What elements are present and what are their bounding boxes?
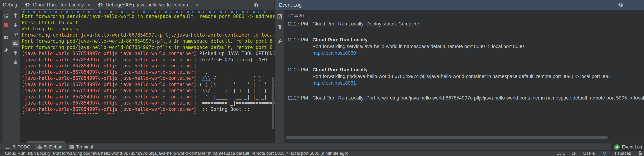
soft-wrap-icon <box>13 32 18 37</box>
arrow-up-icon <box>13 13 18 18</box>
panel-edge-strip <box>0 10 2 143</box>
console-line: Forwarding container java-hello-world-86… <box>22 32 274 38</box>
cloud-code-icon <box>98 2 104 8</box>
event-log-horizontal-scrollbar[interactable] <box>286 136 608 139</box>
cloud-code-status-icon[interactable] <box>602 151 607 156</box>
console-line: Watching for changes... <box>22 26 274 32</box>
terminal-icon <box>69 144 74 150</box>
event-entry[interactable]: 12:27 PMCloud Run: Run Locally: Deploy s… <box>287 21 644 27</box>
event-log-header[interactable]: Event Log <box>275 0 644 10</box>
toolwindow-button-event-log[interactable]: 3 Event Log <box>612 144 644 151</box>
event-log-body: 7/14/20 12:27 PMCloud Run: Run Locally: … <box>275 10 644 143</box>
event-title: Cloud Run: Run Locally: Deploy status: C… <box>312 21 419 27</box>
notification-badge: 3 <box>614 144 620 150</box>
event-log-settings-button[interactable] <box>276 38 283 45</box>
close-icon[interactable]: × <box>196 2 198 8</box>
event-description: Port forwarding pod/java-hello-world-867… <box>312 73 612 80</box>
event-entry[interactable]: 12:27 PMCloud Run: Run LocallyPort forwa… <box>287 37 644 57</box>
toolwindow-button-label: 5: Debug <box>44 144 62 150</box>
console-line: [java-hello-world-867854997c-pfljs java-… <box>22 69 274 75</box>
close-icon[interactable]: × <box>88 2 90 8</box>
running-status-dot <box>98 6 100 8</box>
wrench-icon <box>277 39 282 44</box>
toolwindow-button-terminal[interactable]: Terminal <box>66 144 96 151</box>
console-panel[interactable]: Port forwarding service/java-hello-world… <box>20 10 274 143</box>
tab-debug-5005[interactable]: Debug(5005): java-hello-world-contain...… <box>94 0 202 10</box>
toolbar-separator <box>4 44 9 44</box>
running-status-dot <box>26 6 27 8</box>
hide-panel-icon[interactable] <box>642 5 644 5</box>
scroll-to-end-button[interactable] <box>12 40 19 47</box>
event-time: 12:27 PM <box>287 21 308 27</box>
toolwindow-button-debug[interactable]: 5: Debug <box>34 144 66 151</box>
console-line: Port forwarding service/java-hello-world… <box>22 13 274 19</box>
console-line: [java-hello-world-867854997c-pfljs java-… <box>22 112 274 114</box>
next-occurrence-button[interactable] <box>12 21 19 28</box>
event-title: Cloud Run: Run Locally: Port forwarding … <box>312 95 644 101</box>
line-separator-widget[interactable]: LF <box>572 151 577 156</box>
toolwindow-button-label: Terminal <box>76 144 93 150</box>
mark-all-read-button[interactable] <box>276 13 283 20</box>
console-line: [java-hello-world-867854997c-pfljs java-… <box>22 94 274 100</box>
print-button[interactable] <box>12 50 19 56</box>
prev-occurrence-button[interactable] <box>12 12 19 19</box>
event-entry[interactable]: 12:27 PMCloud Run: Run LocallyPort forwa… <box>287 67 644 86</box>
console-line: Port forwarding pod/java-hello-world-867… <box>22 44 274 51</box>
debug-tab-bar: Debug: Cloud Run: Run Locally <box>0 0 274 10</box>
event-time: 12:27 PM <box>287 37 308 57</box>
pin-tab-button[interactable] <box>3 47 10 54</box>
toolwindow-button-label: Event Log <box>622 144 642 150</box>
debug-panel-label: Debug: <box>0 2 21 8</box>
main-area: Debug: Cloud Run: Run Locally <box>0 0 644 143</box>
clear-all-events-button[interactable] <box>276 23 283 30</box>
console-line: [java-hello-world-867854997c-pfljs java-… <box>22 81 274 88</box>
console-line: Press Ctrl+C to exit <box>22 19 274 26</box>
rerun-button[interactable] <box>3 12 10 19</box>
event-log-toolbar <box>275 10 284 143</box>
restore-layout-button[interactable] <box>3 34 10 41</box>
tab-title: Debug(5005): java-hello-world-contain... <box>106 2 192 8</box>
event-log-content[interactable]: 7/14/20 12:27 PMCloud Run: Run Locally: … <box>284 10 644 143</box>
soft-wrap-button[interactable] <box>12 31 19 38</box>
ide-window: Debug: Cloud Run: Run Locally <box>0 0 644 156</box>
checkbox-check-icon <box>277 14 282 19</box>
status-bar: Cloud Run: Run Locally: Port forwarding … <box>0 151 644 156</box>
tool-window-bar: 6: TODO 5: Debug <box>0 143 644 151</box>
settings-gear-icon[interactable] <box>254 2 259 8</box>
encoding-widget[interactable]: UTF-8 <box>583 151 596 156</box>
indent-widget[interactable]: 4 spaces <box>614 151 631 156</box>
pin-icon <box>4 48 9 53</box>
debug-body: Port forwarding service/java-hello-world… <box>0 10 274 143</box>
cloud-code-icon <box>25 2 30 8</box>
event-link[interactable]: http://localhost:8080 <box>312 50 356 56</box>
event-log-tool-window: Event Log <box>275 0 644 143</box>
tab-bar-actions <box>254 0 274 10</box>
event-time: 12:27 PM <box>287 67 308 86</box>
clipped-console-line <box>22 11 266 13</box>
settings-gear-icon[interactable] <box>618 2 623 8</box>
clear-console-button[interactable] <box>12 59 19 66</box>
tab-cloud-run-run-locally[interactable]: Cloud Run: Run Locally × <box>21 0 94 10</box>
toolbar-separator <box>4 31 9 31</box>
rerun-icon <box>4 13 9 18</box>
event-log-title: Event Log <box>279 2 302 8</box>
trash-icon <box>13 60 18 65</box>
event-time: 12:27 PM <box>287 95 308 101</box>
toolwindow-button-todo[interactable]: 6: TODO <box>2 144 34 151</box>
console-line: [java-hello-world-867854997c-pfljs java-… <box>22 63 274 69</box>
hide-panel-icon[interactable] <box>265 5 270 5</box>
console-horizontal-scrollbar[interactable] <box>27 141 65 143</box>
running-status-dot <box>38 148 39 150</box>
console-line: Port forwarding pod/java-hello-world-867… <box>22 38 274 44</box>
console-line: [java-hello-world-867854997c-pfljs java-… <box>22 87 274 94</box>
event-title: Cloud Run: Run Locally <box>312 37 524 43</box>
printer-icon <box>13 50 18 56</box>
stop-button[interactable] <box>3 21 10 28</box>
caret-position-widget[interactable]: 13:1 <box>557 151 565 156</box>
tool-window-buttons-left: 6: TODO 5: Debug <box>0 144 96 151</box>
unlocked-padlock-icon[interactable] <box>638 151 643 156</box>
toolwindow-button-label: 6: TODO <box>12 144 30 150</box>
console-vertical-scrollbar[interactable] <box>272 77 274 129</box>
event-entry[interactable]: 12:27 PMCloud Run: Run Locally: Port for… <box>287 95 644 101</box>
event-link[interactable]: http://localhost:8081 <box>312 80 356 86</box>
